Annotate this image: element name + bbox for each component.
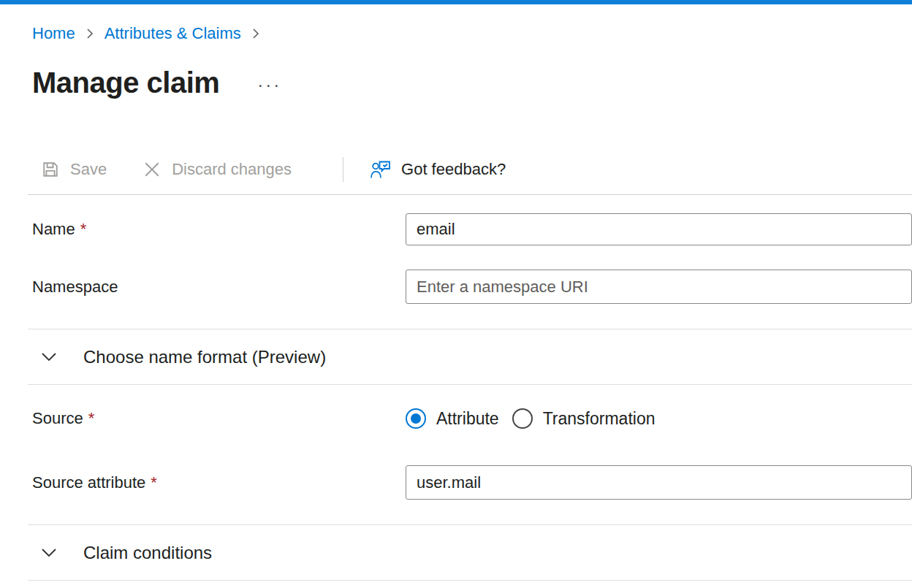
command-bar: Save Discard changes Got feedback? [40, 153, 912, 186]
chevron-down-icon [41, 548, 57, 558]
page-title: Manage claim [32, 66, 219, 99]
required-asterisk: * [80, 220, 87, 238]
source-attribute-label-text: Source attribute [32, 473, 145, 492]
radio-attribute[interactable]: Attribute [406, 408, 499, 429]
section-claim-conditions[interactable]: Claim conditions [28, 524, 912, 581]
required-asterisk: * [88, 409, 95, 427]
breadcrumb: Home Attributes & Claims [32, 23, 912, 44]
source-attribute-input[interactable] [406, 465, 912, 500]
breadcrumb-link-attributes-claims[interactable]: Attributes & Claims [104, 24, 241, 43]
chevron-right-icon [251, 27, 260, 40]
got-feedback-button[interactable]: Got feedback? [370, 159, 506, 180]
save-icon [40, 159, 61, 180]
top-accent-bar [0, 0, 912, 4]
more-options-button[interactable]: ··· [253, 78, 286, 91]
chevron-right-icon [86, 27, 94, 40]
chevron-down-icon [41, 352, 57, 362]
section-title: Claim conditions [83, 543, 212, 563]
radio-transformation-label: Transformation [543, 409, 656, 429]
save-button-label: Save [70, 160, 107, 179]
radio-button-icon [406, 408, 426, 429]
source-label-text: Source [32, 409, 83, 427]
discard-changes-label: Discard changes [172, 160, 292, 179]
source-radio-group: Attribute Transformation [406, 408, 655, 429]
source-attribute-field-label: Source attribute* [32, 473, 406, 492]
radio-attribute-label: Attribute [436, 409, 499, 429]
toolbar-divider [343, 157, 343, 182]
radio-transformation[interactable]: Transformation [512, 408, 656, 429]
section-title: Choose name format (Preview) [83, 347, 326, 367]
required-asterisk: * [151, 473, 157, 492]
namespace-label-text: Namespace [32, 278, 118, 296]
namespace-field-label: Namespace [32, 278, 406, 297]
section-choose-name-format[interactable]: Choose name format (Preview) [28, 329, 912, 385]
name-input[interactable] [406, 213, 912, 245]
discard-changes-button[interactable]: Discard changes [142, 159, 292, 180]
save-button[interactable]: Save [40, 159, 107, 180]
got-feedback-label: Got feedback? [401, 160, 506, 179]
toolbar-bottom-divider [28, 194, 912, 195]
source-field-label: Source* [32, 409, 406, 428]
name-label-text: Name [32, 220, 75, 238]
breadcrumb-link-home[interactable]: Home [32, 24, 75, 43]
close-icon [142, 159, 162, 180]
feedback-person-icon [370, 159, 392, 180]
namespace-input[interactable] [406, 270, 912, 304]
radio-button-icon [512, 408, 533, 429]
name-field-label: Name* [32, 220, 406, 239]
